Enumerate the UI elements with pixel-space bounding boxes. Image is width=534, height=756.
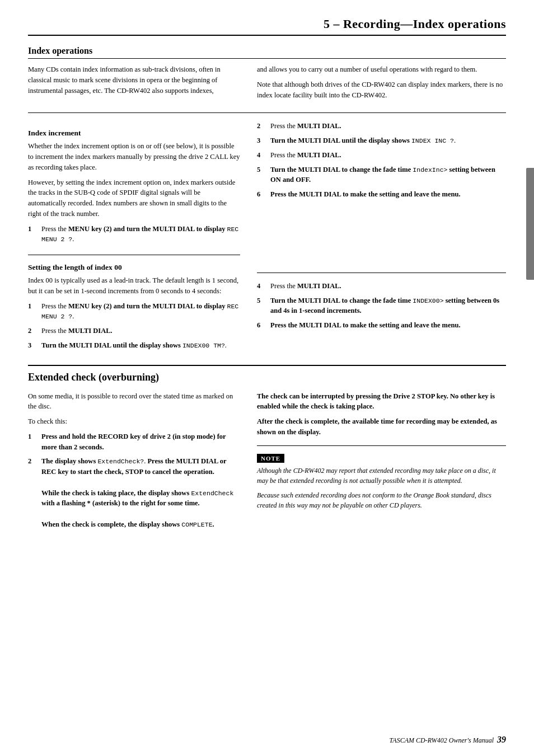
step-number: 6	[257, 189, 266, 200]
step-item: 1 Press the MENU key (2) and turn the MU…	[28, 301, 240, 322]
step-number: 4	[257, 281, 266, 292]
step-item: 1 Press and hold the RECORD key of drive…	[28, 431, 240, 453]
index-increment-para2: However, by setting the index increment …	[28, 177, 240, 219]
step-item: 2 Press the MULTI DIAL.	[28, 326, 240, 336]
step-number: 3	[28, 340, 37, 351]
step-number: 5	[257, 165, 266, 186]
step-number: 5	[257, 295, 266, 317]
step-item: 4 Press the MULTI DIAL.	[257, 150, 506, 161]
step-number: 1	[28, 431, 37, 453]
extended-steps-left: 1 Press and hold the RECORD key of drive…	[28, 431, 240, 530]
step-text: Press the MULTI DIAL.	[270, 121, 506, 132]
step-text: The display shows ExtendCheck?. Press th…	[41, 456, 240, 529]
index-operations-intro-right: and allows you to carry out a number of …	[257, 64, 506, 75]
step-item: 6 Press the MULTI DIAL to make the setti…	[257, 320, 506, 331]
step-text: Press and hold the RECORD key of drive 2…	[41, 431, 240, 453]
setting-length-title: Setting the length of index 00	[28, 263, 240, 272]
step-number: 1	[28, 301, 37, 322]
step-item: 6 Press the MULTI DIAL to make the setti…	[257, 189, 506, 200]
step-number: 2	[28, 456, 37, 529]
step-text: Turn the MULTI DIAL to change the fade t…	[270, 295, 506, 317]
step-item: 4 Press the MULTI DIAL.	[257, 281, 506, 292]
step-item: 3 Turn the MULTI DIAL until the display …	[257, 135, 506, 146]
step-number: 4	[257, 150, 266, 161]
step-text: Press the MENU key (2) and turn the MULT…	[41, 301, 240, 322]
step-text: Turn the MULTI DIAL until the display sh…	[41, 340, 240, 351]
step-number: 1	[28, 224, 37, 245]
page-header: 5 – Recording—Index operations	[28, 17, 506, 36]
footer-text: TASCAM CD-RW402 Owner's Manual	[390, 736, 494, 744]
index-increment-para1: Whether the index increment option is on…	[28, 141, 240, 172]
step-text: Turn the MULTI DIAL to change the fade t…	[270, 165, 506, 186]
index-increment-steps-left: 1 Press the MENU key (2) and turn the MU…	[28, 224, 240, 245]
step-text: Press the MULTI DIAL to make the setting…	[270, 189, 506, 200]
step-text: Press the MULTI DIAL.	[41, 326, 240, 336]
step-number: 6	[257, 320, 266, 331]
step-item: 5 Turn the MULTI DIAL to change the fade…	[257, 295, 506, 317]
setting-length-steps-right: 4 Press the MULTI DIAL. 5 Turn the MULTI…	[257, 281, 506, 331]
step-number: 3	[257, 135, 266, 146]
step-item: 5 Turn the MULTI DIAL to change the fade…	[257, 165, 506, 186]
extended-intro1: On some media, it is possible to record …	[28, 391, 240, 412]
setting-length-para1: Index 00 is typically used as a lead-in …	[28, 275, 240, 297]
step-text: Press the MENU key (2) and turn the MULT…	[41, 224, 240, 245]
extended-intro2: To check this:	[28, 416, 240, 427]
index-operations-intro-left: Many CDs contain index information as su…	[28, 64, 240, 96]
step-text: Turn the MULTI DIAL until the display sh…	[270, 135, 506, 146]
step-text: Press the MULTI DIAL.	[270, 150, 506, 161]
note-box: NOTE Although the CD-RW402 may report th…	[257, 454, 506, 510]
extended-right-para2: After the check is complete, the availab…	[257, 416, 506, 438]
index-increment-title: Index increment	[28, 129, 240, 138]
page-footer: TASCAM CD-RW402 Owner's Manual 39	[390, 735, 506, 745]
step-item: 1 Press the MENU key (2) and turn the MU…	[28, 224, 240, 245]
setting-length-steps-left: 1 Press the MENU key (2) and turn the MU…	[28, 301, 240, 351]
note-para2: Because such extended recording does not…	[257, 490, 506, 510]
step-text: Press the MULTI DIAL.	[270, 281, 506, 292]
index-increment-steps-right: 2 Press the MULTI DIAL. 3 Turn the MULTI…	[257, 121, 506, 200]
extended-check-title: Extended check (overburning)	[28, 372, 506, 386]
index-operations-title: Index operations	[28, 46, 506, 59]
step-item: 2 The display shows ExtendCheck?. Press …	[28, 456, 240, 529]
step-item: 2 Press the MULTI DIAL.	[257, 121, 506, 132]
step-item: 3 Turn the MULTI DIAL until the display …	[28, 340, 240, 351]
right-tab	[526, 168, 534, 280]
footer-page: 39	[497, 735, 506, 744]
extended-check-section: Extended check (overburning) On some med…	[28, 365, 506, 534]
index-operations-note-right: Note that although both drives of the CD…	[257, 79, 506, 101]
page-title: 5 – Recording—Index operations	[28, 17, 506, 31]
step-text: Press the MULTI DIAL to make the setting…	[270, 320, 506, 331]
note-label: NOTE	[257, 454, 284, 463]
step-number: 2	[257, 121, 266, 132]
note-para1: Although the CD-RW402 may report that ex…	[257, 466, 506, 486]
step-number: 2	[28, 326, 37, 336]
extended-right-para1: The check can be interrupted by pressing…	[257, 391, 506, 412]
